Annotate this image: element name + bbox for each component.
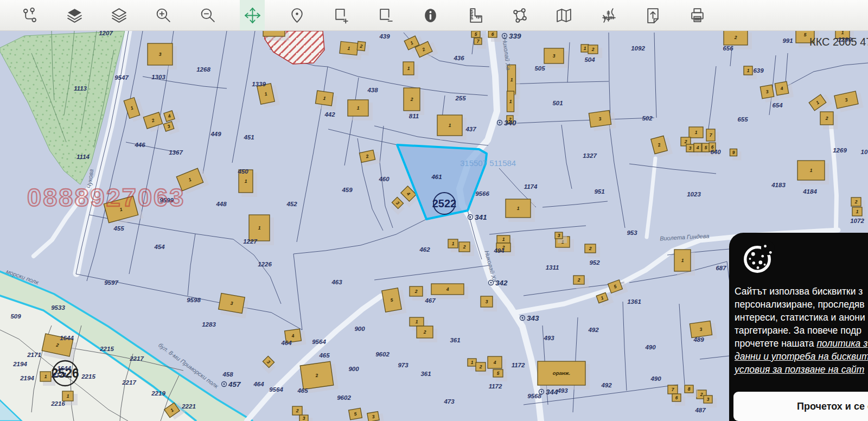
parcel-label: 1172 bbox=[512, 362, 525, 368]
print-button[interactable] bbox=[685, 0, 710, 30]
cookie-text-line: прочетете нашата политика з bbox=[735, 337, 868, 350]
info-button[interactable] bbox=[418, 0, 443, 30]
ruler-icon bbox=[466, 7, 484, 24]
measure-length-button[interactable] bbox=[462, 0, 487, 30]
building-number: 2 bbox=[577, 277, 580, 283]
marker-dot bbox=[522, 317, 524, 319]
cookie-icon bbox=[741, 241, 775, 275]
box-zoom-in-button[interactable] bbox=[329, 0, 354, 30]
route-tool-button[interactable] bbox=[17, 0, 42, 30]
building-number: 2 bbox=[825, 116, 828, 121]
marker-dot bbox=[470, 216, 471, 218]
parcel-label: 458 bbox=[222, 371, 233, 378]
parcel-label: 1269 bbox=[833, 147, 847, 154]
map-sheets-button[interactable] bbox=[551, 0, 576, 30]
parcel-label: 439 bbox=[379, 33, 390, 40]
parcel-label: 361 bbox=[420, 371, 431, 377]
building-number: 4 bbox=[446, 286, 449, 292]
parcel-label: 640 bbox=[710, 149, 721, 155]
building-number: 1 bbox=[471, 360, 474, 365]
parcel-label: 1114 bbox=[76, 154, 90, 160]
cookie-policy-link[interactable]: политика з bbox=[816, 338, 867, 349]
building-number: 1 bbox=[245, 178, 247, 184]
parcel-label: 2194 bbox=[20, 375, 34, 381]
parcel-label: 2217 bbox=[129, 355, 144, 362]
parcel-label: 454 bbox=[154, 244, 165, 250]
cookie-message: Сайтът използва бисквитки зперсонализира… bbox=[735, 285, 868, 376]
parcel-label: 9564 bbox=[312, 339, 326, 345]
parcel-label: 2215 bbox=[81, 373, 95, 380]
layers-outline-icon bbox=[110, 7, 128, 24]
building-number: 2 bbox=[854, 199, 858, 205]
grid-icon bbox=[599, 7, 617, 24]
parcel-label: 2171 bbox=[52, 372, 67, 378]
parcel-label: 2219 bbox=[151, 390, 165, 397]
building-number: 3 bbox=[486, 299, 488, 304]
pan-button[interactable] bbox=[240, 0, 265, 30]
coordinate-grid-button[interactable] bbox=[596, 0, 621, 30]
building-number: 1 bbox=[449, 123, 451, 128]
parcel-label: 1207 bbox=[99, 31, 113, 36]
parcel-label: 1361 bbox=[627, 298, 641, 305]
kkc-label: ККС 2005 47 bbox=[809, 36, 868, 48]
building: 2 bbox=[404, 88, 424, 115]
parcel-label: 361 bbox=[450, 337, 460, 343]
parcel-label: 452 bbox=[286, 201, 297, 207]
parcel-label: 455 bbox=[113, 225, 124, 232]
parcel-label: 450 bbox=[237, 168, 248, 175]
parcel-label: 687 bbox=[716, 265, 726, 271]
box-zoom-out-button[interactable] bbox=[373, 0, 398, 30]
cookie-policy-link[interactable]: условия за ползване на сайт bbox=[735, 364, 864, 375]
building-number: 1 bbox=[584, 46, 586, 51]
building-number: 3 bbox=[689, 145, 692, 151]
parcel-label: 953 bbox=[627, 229, 637, 236]
marker-dot bbox=[504, 35, 506, 37]
parcel-label: 655 bbox=[737, 116, 748, 123]
building-number: 3 bbox=[558, 233, 560, 238]
export-button[interactable] bbox=[640, 0, 665, 30]
building-number: 2 bbox=[423, 329, 426, 335]
parcel-label: 900 bbox=[354, 326, 365, 332]
parcel-label: 973 bbox=[398, 362, 409, 368]
building: 1 bbox=[348, 100, 373, 120]
cookie-policy-link[interactable]: данни и употреба на бисквит bbox=[735, 351, 868, 362]
building-footprint bbox=[263, 31, 285, 36]
building-number: 1 bbox=[681, 258, 684, 263]
parcel-label: 492 bbox=[588, 327, 599, 333]
building-number: 2 bbox=[734, 35, 737, 40]
building-number: 1 bbox=[67, 393, 69, 399]
parcel-label: 9533 bbox=[51, 304, 65, 311]
building-number: 5 bbox=[804, 32, 807, 37]
pan-icon bbox=[244, 7, 261, 24]
parcel-label: 489 bbox=[693, 336, 704, 343]
parcel-label: 1113 bbox=[74, 85, 87, 92]
cookie-consent-panel: Сайтът използва бисквитки зперсонализира… bbox=[729, 233, 868, 421]
layers-list-button[interactable] bbox=[106, 0, 131, 30]
parcel-label: 494 bbox=[493, 247, 505, 254]
cookie-text-line: условия за ползване на сайт bbox=[735, 363, 868, 376]
locate-button[interactable] bbox=[284, 0, 309, 30]
parcel-label: 1311 bbox=[546, 264, 559, 271]
parcel-label: 1226 bbox=[258, 261, 272, 267]
parcel-label: 2216 bbox=[50, 400, 65, 407]
layer-switcher-button[interactable] bbox=[62, 0, 87, 30]
building-number: 1 bbox=[747, 68, 750, 73]
marker-number: 339 bbox=[509, 32, 521, 40]
parcel-label: 465 bbox=[297, 387, 308, 394]
building-number: 4 bbox=[696, 145, 699, 150]
cookie-agree-button[interactable]: Прочетох и се съгласявам bbox=[733, 392, 868, 421]
measure-area-button[interactable] bbox=[507, 0, 532, 30]
building-number: 6 bbox=[675, 395, 678, 400]
route-icon bbox=[21, 7, 39, 24]
box-minus-icon bbox=[377, 7, 395, 24]
building-number: 1 bbox=[407, 66, 410, 71]
export-icon bbox=[644, 7, 662, 24]
parcel-label: 449 bbox=[210, 131, 221, 137]
zoom-in-button[interactable] bbox=[151, 0, 176, 30]
zoom-out-button[interactable] bbox=[195, 0, 220, 30]
parcel-label: 490 bbox=[644, 344, 656, 350]
selected-parcel-id: 2522 bbox=[432, 197, 457, 209]
parcel-label: 464 bbox=[280, 340, 292, 346]
parcel-label: 952 bbox=[589, 259, 600, 266]
parcel-label: 2221 bbox=[181, 403, 196, 410]
